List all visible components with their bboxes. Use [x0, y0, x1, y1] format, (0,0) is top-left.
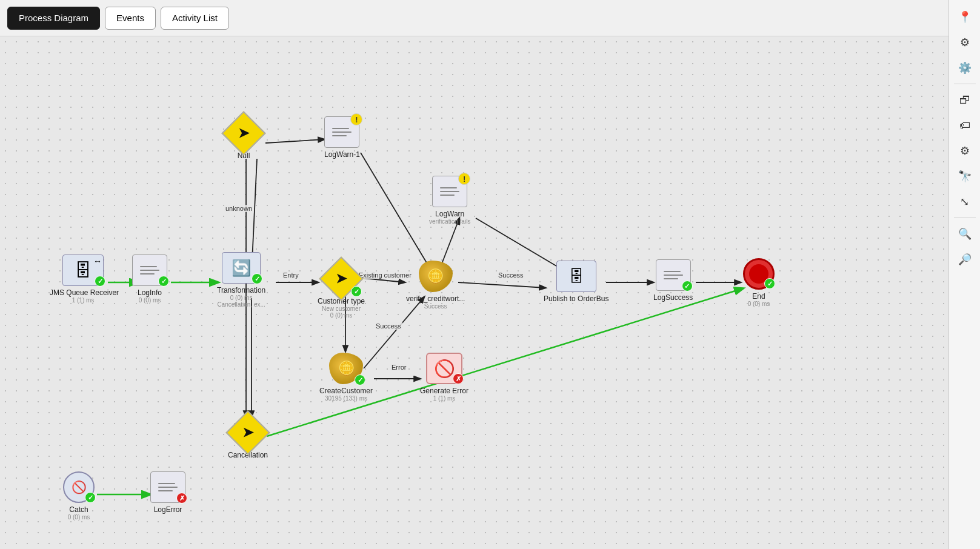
- logwarn2-box: !: [432, 176, 467, 207]
- transform-box: 🔄 ✓: [222, 252, 261, 284]
- svg-line-12: [361, 153, 433, 274]
- line3: [140, 273, 155, 274]
- verify-blob: 🪙: [419, 261, 453, 292]
- tag-icon[interactable]: 🏷: [953, 113, 977, 138]
- zoom-out-icon[interactable]: 🔎: [953, 247, 977, 271]
- logwarn2-lines: [436, 184, 463, 199]
- location-icon[interactable]: 📍: [953, 5, 977, 29]
- line1: [332, 128, 349, 129]
- line1: [140, 266, 157, 267]
- tab-activity-list[interactable]: Activity List: [161, 7, 229, 30]
- node-logsuccess[interactable]: ✓ LogSuccess: [653, 259, 693, 302]
- line2: [332, 131, 352, 133]
- logwarn2-timing: verification fails: [429, 218, 470, 225]
- generate-error-status-badge: ✗: [453, 373, 464, 384]
- jms-status-badge: ✓: [95, 276, 105, 287]
- line3: [664, 278, 678, 279]
- create-timing: 30195 (133) ms: [325, 395, 367, 402]
- cancel-diamond: ➤: [225, 410, 270, 455]
- node-loginfo[interactable]: ✓ LogInfo 0 (0) ms: [132, 255, 167, 304]
- edge-label-entry: Entry: [282, 271, 300, 279]
- svg-line-5: [458, 282, 545, 288]
- gear-icon[interactable]: ⚙: [953, 139, 977, 163]
- line2: [440, 191, 459, 192]
- node-logwarn1[interactable]: ! LogWarn-1: [324, 116, 360, 159]
- end-status-badge: ✓: [764, 278, 775, 289]
- verify-timing: Success: [424, 303, 447, 310]
- zoom-in-icon[interactable]: 🔍: [953, 222, 977, 246]
- logwarn2-label: LogWarn: [435, 210, 464, 218]
- generate-error-label: Generate Error: [420, 387, 468, 395]
- logsuccess-box: ✓: [656, 259, 691, 291]
- create-blob: 🪙 ✓: [329, 353, 363, 384]
- edge-label-existing: Existing customer: [358, 271, 413, 279]
- loginfo-timing: 0 (0) ms: [139, 297, 161, 304]
- loginfo-status-badge: ✓: [158, 276, 169, 287]
- loginfo-box: ✓: [132, 255, 167, 286]
- end-circle: ✓: [743, 258, 775, 290]
- line1: [440, 187, 457, 188]
- logsuccess-status-badge: ✓: [682, 281, 693, 291]
- svg-line-9: [265, 139, 324, 143]
- binoculars-icon[interactable]: 🔭: [953, 164, 977, 188]
- node-generate-error[interactable]: 🚫 ✗ Generate Error 1 (1) ms: [420, 353, 468, 402]
- logerror-status-badge: ✗: [176, 493, 187, 504]
- line3: [332, 135, 347, 136]
- cancel-arrow: ➤: [242, 425, 253, 441]
- jms-box: 🗄 ↔ ✓: [62, 255, 104, 286]
- publish-box: 🗄: [556, 261, 596, 292]
- custtype-status-badge: ✓: [351, 286, 362, 297]
- line3: [158, 490, 173, 491]
- line3: [440, 195, 455, 196]
- logwarn1-warn-badge: !: [350, 113, 362, 125]
- logwarn1-lines: [328, 124, 355, 140]
- tab-events[interactable]: Events: [105, 7, 156, 30]
- catch-circle: 🚫 ✓: [63, 471, 95, 503]
- logerror-box: ✗: [150, 471, 185, 503]
- node-jms[interactable]: 🗄 ↔ ✓ JMS Queue Receiver 1 (1) ms: [50, 255, 116, 304]
- node-verify-creditw[interactable]: 🪙 verify_creditwort... Success: [406, 261, 465, 310]
- diagram-canvas: Entry Existing customer unknown Success …: [0, 36, 948, 549]
- line1: [664, 271, 681, 272]
- edge-label-success2: Success: [375, 322, 402, 330]
- logerror-lines: [155, 479, 181, 495]
- collapse-icon[interactable]: ⤡: [953, 190, 977, 214]
- verify-label: verify_creditwort...: [406, 294, 465, 303]
- create-status-badge: ✓: [355, 374, 365, 385]
- settings-alt-icon[interactable]: ⚙️: [953, 56, 977, 80]
- end-label: End: [752, 292, 765, 301]
- line1: [158, 483, 175, 484]
- custtype-timing: New customer: [322, 305, 361, 312]
- right-toolbar: 📍 ⚙ ⚙️ 🗗 🏷 ⚙ 🔭 ⤡ 🔍 🔎: [948, 0, 980, 549]
- loginfo-lines: [136, 262, 163, 278]
- settings-icon[interactable]: ⚙: [953, 30, 977, 55]
- transform-timing2: Cancellation, ex...: [217, 301, 265, 308]
- catch-timing: 0 (0) ms: [68, 514, 90, 521]
- transform-timing: 0 (0) ms: [230, 294, 253, 301]
- node-logwarn2[interactable]: ! LogWarn verification fails: [429, 176, 470, 225]
- node-cancellation-gateway[interactable]: ➤ Cancellation: [228, 417, 268, 459]
- null-diamond: ➤: [221, 111, 266, 156]
- line2: [158, 487, 178, 488]
- node-logerror[interactable]: ✗ LogError: [150, 471, 185, 514]
- end-timing: 0 (0) ms: [748, 301, 770, 307]
- generate-error-timing: 1 (1) ms: [433, 395, 456, 402]
- edge-label-success: Success: [497, 271, 525, 279]
- transform-label: Transformation: [217, 286, 265, 294]
- window-icon[interactable]: 🗗: [953, 88, 977, 112]
- node-publish-order[interactable]: 🗄 Publish to OrderBus: [544, 261, 608, 303]
- node-create-customer[interactable]: 🪙 ✓ CreateCustomer 30195 (133) ms: [319, 353, 373, 402]
- edge-label-error: Error: [390, 364, 407, 371]
- logsuccess-lines: [660, 267, 687, 283]
- node-end[interactable]: ✓ End 0 (0) ms: [743, 258, 775, 307]
- line2: [664, 274, 683, 276]
- node-transformation[interactable]: 🔄 ✓ Transformation 0 (0) ms Cancellation…: [217, 252, 265, 308]
- edge-label-unknown: unknown: [224, 205, 253, 212]
- logwarn1-label: LogWarn-1: [324, 150, 360, 159]
- tab-process-diagram[interactable]: Process Diagram: [7, 7, 100, 30]
- jms-timing: 1 (1) ms: [72, 297, 95, 304]
- node-custtype-gateway[interactable]: ➤ ✓ Customer type New customer 0 (0) ms: [318, 263, 365, 319]
- custtype-arrow: ➤: [336, 271, 347, 287]
- node-null-gateway[interactable]: ➤ Null: [228, 118, 259, 160]
- node-catch[interactable]: 🚫 ✓ Catch 0 (0) ms: [63, 471, 95, 521]
